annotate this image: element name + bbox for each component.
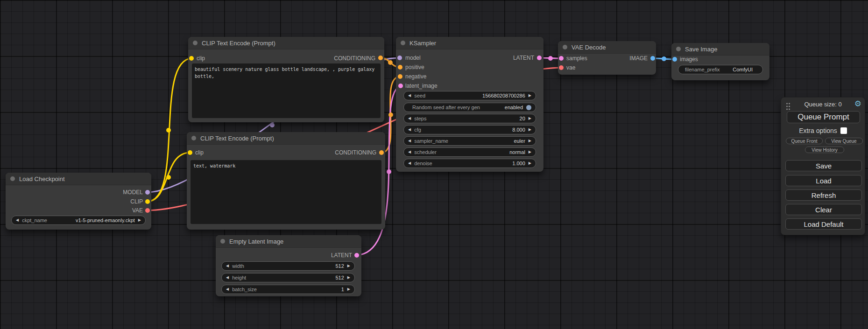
node-title-bar[interactable]: Load Checkpoint — [6, 173, 151, 185]
queue-panel[interactable]: Queue size: 0 ⚙ Queue Prompt Extra optio… — [781, 97, 865, 235]
clear-button[interactable]: Clear — [785, 204, 862, 215]
widget-filename-prefix[interactable]: filename_prefix ComfyUI — [678, 65, 763, 74]
output-slot-image[interactable] — [650, 56, 655, 61]
queue-size-label: Queue size: 0 — [781, 101, 865, 108]
input-slot-negative[interactable] — [398, 74, 402, 79]
widget-steps[interactable]: steps 20 — [403, 114, 536, 123]
widget-seed[interactable]: seed 156680208700286 — [403, 91, 536, 100]
collapse-dot[interactable] — [220, 239, 225, 244]
view-history-button[interactable]: View History — [805, 147, 844, 153]
output-slot-latent[interactable] — [537, 56, 542, 60]
input-label-model: model — [405, 55, 421, 61]
input-slot-clip[interactable] — [188, 150, 192, 155]
collapse-dot[interactable] — [563, 45, 567, 49]
widget-ckpt-name[interactable]: ckpt_name v1-5-pruned-emaonly.ckpt — [11, 216, 146, 225]
output-label-conditioning: CONDITIONING — [335, 149, 376, 156]
increment-arrow-icon[interactable] — [529, 94, 531, 98]
decrement-arrow-icon[interactable] — [408, 139, 411, 143]
input-slot-model[interactable] — [397, 56, 402, 60]
node-title-bar[interactable]: KSampler — [396, 37, 543, 49]
widget-label: ckpt_name — [22, 217, 47, 223]
node-save-image[interactable]: Save Image images filename_prefix ComfyU… — [671, 43, 769, 80]
input-slot-positive[interactable] — [398, 65, 402, 70]
input-slot-samples[interactable] — [559, 56, 564, 61]
widget-width[interactable]: width 512 — [221, 261, 355, 271]
widget-batch-size[interactable]: batch_size 1 — [221, 285, 355, 294]
decrement-arrow-icon[interactable] — [16, 218, 19, 222]
prompt-textarea[interactable]: beautiful scenery nature glass bottle la… — [192, 63, 381, 118]
link-clip-negative — [147, 153, 190, 202]
toggle-indicator-icon[interactable] — [526, 105, 531, 110]
increment-arrow-icon[interactable] — [347, 264, 350, 268]
increment-arrow-icon[interactable] — [529, 128, 531, 132]
comfyui-canvas[interactable]: { "slot_colors": { "model": "#B39DDB", "… — [0, 0, 868, 329]
output-slot-model[interactable] — [145, 190, 150, 195]
node-empty-latent-image[interactable]: Empty Latent Image LATENT width 512 heig… — [216, 235, 361, 296]
node-ksampler[interactable]: KSampler model positive negative latent_… — [396, 37, 543, 172]
decrement-arrow-icon[interactable] — [408, 150, 411, 154]
decrement-arrow-icon[interactable] — [226, 287, 229, 291]
save-button[interactable]: Save — [785, 160, 862, 171]
increment-arrow-icon[interactable] — [347, 276, 350, 280]
output-slot-conditioning[interactable] — [378, 56, 383, 60]
extra-options-checkbox[interactable] — [840, 127, 847, 134]
increment-arrow-icon[interactable] — [529, 161, 531, 165]
node-load-checkpoint[interactable]: Load Checkpoint MODEL CLIP VAE ckpt_name… — [6, 173, 151, 230]
view-queue-button[interactable]: View Queue — [825, 138, 863, 144]
load-button[interactable]: Load — [785, 175, 862, 186]
node-title: Save Image — [685, 46, 717, 53]
node-title-bar[interactable]: Empty Latent Image — [216, 235, 361, 248]
widget-value: normal — [509, 149, 525, 155]
collapse-dot[interactable] — [401, 41, 405, 45]
increment-arrow-icon[interactable] — [529, 117, 531, 120]
widget-denoise[interactable]: denoise 1.000 — [403, 159, 536, 168]
node-title-bar[interactable]: CLIP Text Encode (Prompt) — [187, 132, 385, 145]
decrement-arrow-icon[interactable] — [408, 128, 411, 132]
prompt-textarea[interactable]: text, watermark — [191, 160, 381, 224]
widget-random-seed[interactable]: Random seed after every gen enabled — [403, 103, 536, 112]
node-title-bar[interactable]: VAE Decode — [558, 41, 656, 54]
widget-sampler-name[interactable]: sampler_name euler — [403, 136, 536, 146]
node-title-bar[interactable]: Save Image — [671, 43, 769, 56]
output-slot-clip[interactable] — [145, 199, 150, 204]
widget-cfg[interactable]: cfg 8.000 — [403, 125, 536, 134]
decrement-arrow-icon[interactable] — [226, 264, 229, 268]
increment-arrow-icon[interactable] — [529, 139, 531, 143]
link-dot — [388, 60, 393, 65]
refresh-button[interactable]: Refresh — [785, 189, 862, 201]
output-slot-conditioning[interactable] — [379, 150, 384, 155]
collapse-dot[interactable] — [191, 136, 196, 140]
decrement-arrow-icon[interactable] — [408, 117, 411, 120]
load-default-button[interactable]: Load Default — [785, 218, 862, 230]
collapse-dot[interactable] — [10, 176, 15, 181]
queue-prompt-button[interactable]: Queue Prompt — [787, 111, 860, 123]
input-slot-vae[interactable] — [559, 65, 564, 70]
decrement-arrow-icon[interactable] — [408, 161, 411, 165]
widget-scheduler[interactable]: scheduler normal — [403, 147, 536, 157]
increment-arrow-icon[interactable] — [529, 150, 531, 154]
input-slot-images[interactable] — [672, 57, 677, 62]
settings-gear-icon[interactable]: ⚙ — [854, 99, 861, 109]
node-title: KSampler — [409, 40, 436, 47]
collapse-dot[interactable] — [676, 47, 681, 51]
output-slot-latent[interactable] — [354, 253, 359, 258]
widget-value: 512 — [335, 263, 344, 269]
node-clip-text-encode-negative[interactable]: CLIP Text Encode (Prompt) clip CONDITION… — [187, 132, 385, 230]
decrement-arrow-icon[interactable] — [408, 94, 411, 98]
node-title-bar[interactable]: CLIP Text Encode (Prompt) — [188, 37, 384, 49]
node-clip-text-encode-positive[interactable]: CLIP Text Encode (Prompt) clip CONDITION… — [188, 37, 384, 122]
widget-height[interactable]: height 512 — [221, 273, 355, 282]
queue-front-button[interactable]: Queue Front — [786, 138, 823, 144]
widget-label: scheduler — [414, 149, 437, 155]
link-clip-positive — [147, 58, 191, 202]
input-label-positive: positive — [405, 64, 424, 70]
decrement-arrow-icon[interactable] — [226, 276, 229, 280]
node-vae-decode[interactable]: VAE Decode samples vae IMAGE — [558, 41, 656, 75]
collapse-dot[interactable] — [193, 41, 198, 45]
output-slot-vae[interactable] — [145, 208, 150, 213]
input-slot-latent-image[interactable] — [398, 84, 403, 88]
increment-arrow-icon[interactable] — [347, 287, 350, 291]
widget-value: 1 — [341, 287, 344, 292]
input-slot-clip[interactable] — [189, 56, 194, 61]
increment-arrow-icon[interactable] — [138, 218, 141, 222]
